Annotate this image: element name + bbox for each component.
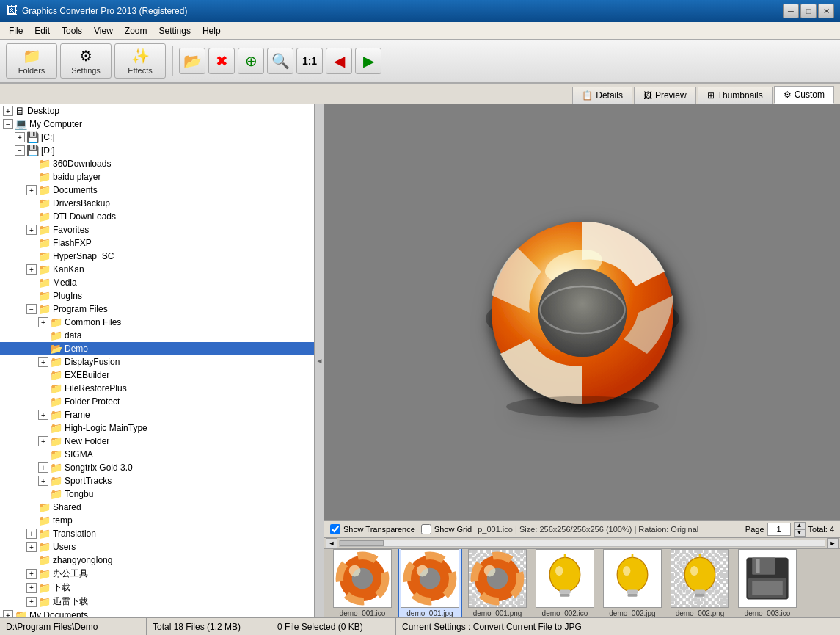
tree-item-sigma[interactable]: 📁SIGMA <box>0 448 314 461</box>
tree-item-filerestoreplus[interactable]: 📁FileRestorePlus <box>0 382 314 395</box>
tree-item-media[interactable]: 📁Media <box>0 276 314 289</box>
menu-view[interactable]: View <box>88 24 119 37</box>
tree-item-desktop[interactable]: +🖥Desktop <box>0 104 314 117</box>
show-transparence-label[interactable]: Show Transparence <box>330 524 415 534</box>
tree-expand-c-drive[interactable]: + <box>15 132 25 142</box>
tree-item-users[interactable]: +📁Users <box>0 540 314 554</box>
tree-expand-users[interactable]: + <box>26 542 37 552</box>
thumbnail-item-demo_002_ico[interactable]: demo_002.ico <box>533 549 597 617</box>
tree-item-d-drive[interactable]: −💾[D:] <box>0 144 314 157</box>
tree-item-documents[interactable]: +📁Documents <box>0 184 314 197</box>
tab-custom[interactable]: ⚙ Custom <box>774 86 834 104</box>
folder-tree[interactable]: +🖥Desktop−💻My Computer+💾[C:]−💾[D:]📁360Do… <box>0 104 315 617</box>
tree-expand-my-documents[interactable]: + <box>3 610 13 617</box>
tree-item-thunder-dl[interactable]: +📁迅雷下载 <box>0 595 314 609</box>
tree-expand-translation[interactable]: + <box>26 529 37 539</box>
tree-expand-program-files[interactable]: − <box>26 304 37 314</box>
thumbnail-item-demo_002_jpg[interactable]: demo_002.jpg <box>600 549 665 617</box>
tree-item-songtrix[interactable]: +📁Songtrix Gold 3.0 <box>0 461 314 474</box>
tree-expand-desktop[interactable]: + <box>3 106 13 116</box>
tab-thumbnails[interactable]: ⊞ Thumbnails <box>698 87 773 104</box>
tree-item-temp[interactable]: 📁temp <box>0 514 314 527</box>
tree-item-displayfusion[interactable]: +📁DisplayFusion <box>0 355 314 369</box>
tree-item-tongbu[interactable]: 📁Tongbu <box>0 487 314 501</box>
page-down-button[interactable]: ▼ <box>794 529 806 537</box>
sidebar-collapse-handle[interactable]: ◄ <box>315 104 324 617</box>
menu-zoom[interactable]: Zoom <box>119 24 153 37</box>
tree-item-baidu-player[interactable]: 📁baidu player <box>0 170 314 184</box>
add-button[interactable]: ⊕ <box>238 48 264 74</box>
menu-edit[interactable]: Edit <box>29 24 56 37</box>
thumbnail-item-demo_001_jpg[interactable]: demo_001.jpg <box>398 549 462 617</box>
tree-item-hypersnap-sc[interactable]: 📁HyperSnap_SC <box>0 250 314 263</box>
tree-expand-common-files[interactable]: + <box>38 317 48 327</box>
tree-item-plugins[interactable]: 📁PlugIns <box>0 289 314 302</box>
tree-expand-my-computer[interactable]: − <box>3 119 13 129</box>
tree-item-data[interactable]: 📁data <box>0 329 314 342</box>
tree-item-my-documents[interactable]: +📁My Documents <box>0 609 314 617</box>
close-file-button[interactable]: ✖ <box>208 48 235 74</box>
open-button[interactable]: 📂 <box>179 48 205 74</box>
tree-expand-kankan[interactable]: + <box>26 264 37 275</box>
tree-item-exebuilder[interactable]: 📁EXEBuilder <box>0 369 314 382</box>
tab-details[interactable]: 📋 Details <box>572 87 632 104</box>
tree-item-download[interactable]: +📁下载 <box>0 581 314 595</box>
maximize-button[interactable]: □ <box>800 4 817 18</box>
folders-button[interactable]: 📁 Folders <box>6 43 57 79</box>
page-up-button[interactable]: ▲ <box>794 522 806 529</box>
tree-expand-frame[interactable]: + <box>38 410 48 420</box>
tree-expand-displayfusion[interactable]: + <box>38 357 48 367</box>
tree-item-common-files[interactable]: +📁Common Files <box>0 316 314 329</box>
menu-tools[interactable]: Tools <box>56 24 88 37</box>
thumbnail-scrollbar[interactable]: ◄ ► <box>324 538 840 549</box>
minimize-button[interactable]: ─ <box>783 4 799 18</box>
tree-expand-new-folder[interactable]: + <box>38 436 48 446</box>
tree-item-360downloads[interactable]: 📁360Downloads <box>0 157 314 170</box>
tab-preview[interactable]: 🖼 Preview <box>634 87 696 104</box>
thumbnail-item-demo_001_ico[interactable]: demo_001.ico <box>330 549 395 617</box>
tree-item-new-folder[interactable]: +📁New Folder <box>0 435 314 448</box>
tree-item-frame[interactable]: +📁Frame <box>0 408 314 421</box>
tree-item-zhangyonglong[interactable]: 📁zhangyonglong <box>0 554 314 567</box>
tree-item-translation[interactable]: +📁Translation <box>0 527 314 540</box>
effects-button[interactable]: ✨ Effects <box>114 43 166 79</box>
scroll-thumb[interactable] <box>340 540 384 546</box>
tree-expand-d-drive[interactable]: − <box>15 145 25 156</box>
tree-item-high-logic[interactable]: 📁High-Logic MainType <box>0 421 314 435</box>
menu-help[interactable]: Help <box>197 24 227 37</box>
scroll-track[interactable] <box>339 540 825 547</box>
tree-item-folder-protect[interactable]: 📁Folder Protect <box>0 395 314 408</box>
tree-item-demo[interactable]: 📂Demo <box>0 342 314 355</box>
tree-expand-download[interactable]: + <box>26 583 37 593</box>
thumbnail-item-demo_001_png[interactable]: demo_001.png <box>465 549 530 617</box>
tree-item-flashfxp[interactable]: 📁FlashFXP <box>0 236 314 250</box>
tree-item-program-files[interactable]: −📁Program Files <box>0 302 314 316</box>
tree-expand-documents[interactable]: + <box>26 185 37 195</box>
tree-expand-songtrix[interactable]: + <box>38 462 48 473</box>
tree-expand-favorites[interactable]: + <box>26 225 37 235</box>
thumbnail-item-demo_002_png[interactable]: demo_002.png <box>668 549 732 617</box>
tree-item-shared[interactable]: 📁Shared <box>0 501 314 514</box>
scroll-left-button[interactable]: ◄ <box>326 538 337 548</box>
tree-expand-office-tools[interactable]: + <box>26 569 37 579</box>
settings-button[interactable]: ⚙ Settings <box>60 43 112 79</box>
show-transparence-checkbox[interactable] <box>330 524 340 534</box>
remove-button[interactable]: 🔍 <box>267 48 293 74</box>
scroll-right-button[interactable]: ► <box>827 538 839 548</box>
thumbnail-scroll-area[interactable]: demo_001.ico demo_001.jpg demo_001.png <box>324 549 840 617</box>
tree-item-kankan[interactable]: +📁KanKan <box>0 263 314 276</box>
tree-item-driversbackup[interactable]: 📁DriversBackup <box>0 197 314 210</box>
tree-expand-sporttracks[interactable]: + <box>38 476 48 486</box>
tree-item-c-drive[interactable]: +💾[C:] <box>0 131 314 144</box>
show-grid-checkbox[interactable] <box>421 524 431 534</box>
thumbnail-item-demo_003_ico[interactable]: demo_003.ico <box>735 549 800 617</box>
menu-file[interactable]: File <box>3 24 29 37</box>
tree-item-office-tools[interactable]: +📁办公工具 <box>0 567 314 581</box>
tree-item-sporttracks[interactable]: +📁SportTracks <box>0 474 314 487</box>
menu-settings[interactable]: Settings <box>153 24 197 37</box>
page-input[interactable] <box>767 523 791 536</box>
tree-item-favorites[interactable]: +📁Favorites <box>0 223 314 236</box>
zoom-1-1-button[interactable]: 1:1 <box>296 48 323 74</box>
tree-expand-thunder-dl[interactable]: + <box>26 597 37 607</box>
tree-item-dtldownloads[interactable]: 📁DTLDownLoads <box>0 210 314 223</box>
